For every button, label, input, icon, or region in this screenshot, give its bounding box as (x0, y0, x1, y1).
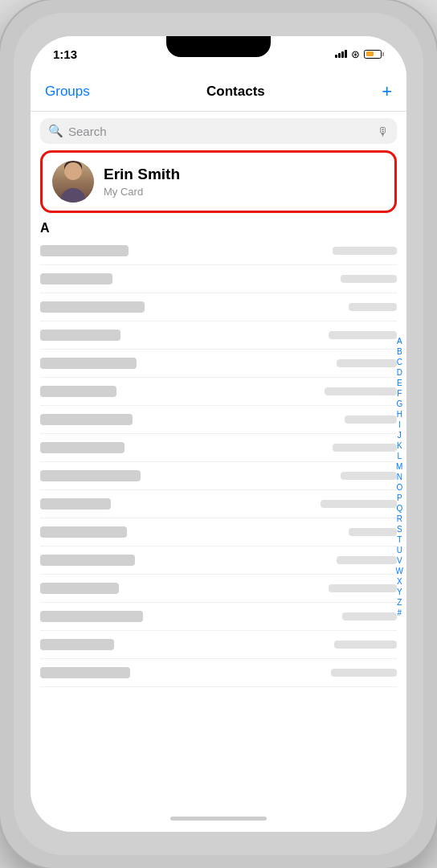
contact-row[interactable] (40, 659, 397, 687)
alpha-letter-j[interactable]: J (398, 431, 402, 440)
contact-name-blur (40, 611, 143, 622)
alpha-letter-x[interactable]: X (397, 577, 402, 587)
alpha-letter-v[interactable]: V (397, 556, 402, 566)
alpha-letter-n[interactable]: N (397, 473, 402, 482)
phone-screen: 1:13 ⊛ (31, 36, 406, 832)
contact-detail-blur (337, 556, 397, 564)
microphone-icon[interactable]: 🎙 (377, 125, 389, 138)
contact-row[interactable] (40, 237, 397, 265)
phone-inner-frame: 1:13 ⊛ (14, 13, 423, 855)
contact-detail-blur (334, 641, 397, 649)
contact-detail-blur (349, 528, 397, 536)
section-header-a: A (31, 218, 406, 237)
contact-name-blur (40, 470, 141, 481)
my-card-info: Erin Smith My Card (104, 166, 385, 198)
contact-name-blur (40, 583, 119, 594)
contact-name-blur (40, 330, 120, 341)
contact-row[interactable] (40, 547, 397, 575)
contact-detail-blur (341, 472, 397, 480)
contact-name-blur (40, 245, 129, 256)
alpha-letter-f[interactable]: F (397, 389, 402, 399)
contact-name-blur (40, 442, 125, 453)
alpha-letter-z[interactable]: Z (397, 598, 402, 608)
contact-detail-blur (345, 416, 397, 424)
notch (166, 36, 271, 57)
alpha-letter-i[interactable]: I (398, 420, 401, 430)
contact-detail-blur (331, 669, 397, 677)
contact-row[interactable] (40, 378, 397, 406)
contact-name-blur (40, 386, 116, 397)
alpha-letter-o[interactable]: O (396, 483, 402, 493)
search-input[interactable]: Search (68, 125, 372, 138)
contact-row[interactable] (40, 406, 397, 434)
contact-name-blur (40, 498, 111, 510)
alpha-letter-q[interactable]: Q (396, 504, 402, 514)
content-area: Erin Smith My Card A ABCDEFGHIJKLMNOPQRS… (31, 150, 406, 805)
my-card-item[interactable]: Erin Smith My Card (40, 150, 397, 213)
alpha-letter-#[interactable]: # (397, 608, 402, 618)
contact-name-blur (40, 301, 145, 313)
alpha-letter-y[interactable]: Y (397, 588, 402, 597)
contact-detail-blur (341, 275, 397, 283)
alpha-letter-p[interactable]: P (397, 493, 402, 503)
contact-row[interactable] (40, 490, 397, 518)
alpha-letter-g[interactable]: G (396, 399, 402, 409)
contact-detail-blur (333, 247, 397, 255)
search-bar: 🔍 Search 🎙 (31, 112, 406, 150)
my-card-name: Erin Smith (104, 166, 385, 184)
alpha-letter-c[interactable]: C (397, 358, 402, 367)
contact-name-blur (40, 414, 133, 425)
phone-device: 1:13 ⊛ (0, 0, 437, 868)
alphabet-index[interactable]: ABCDEFGHIJKLMNOPQRSTUVWXYZ# (396, 337, 403, 618)
contact-row[interactable] (40, 265, 397, 293)
search-input-container[interactable]: 🔍 Search 🎙 (40, 118, 397, 144)
alpha-letter-h[interactable]: H (397, 410, 402, 420)
contact-detail-blur (342, 612, 397, 620)
contact-row[interactable] (40, 518, 397, 547)
contact-detail-blur (321, 500, 397, 508)
contact-detail-blur (329, 331, 397, 339)
contact-list (31, 237, 406, 687)
nav-bar: Groups Contacts + (31, 72, 406, 112)
groups-button[interactable]: Groups (45, 84, 90, 100)
signal-icon (335, 50, 347, 58)
alpha-letter-a[interactable]: A (397, 337, 402, 346)
contact-name-blur (40, 358, 137, 369)
contact-row[interactable] (40, 631, 397, 659)
alpha-letter-b[interactable]: B (397, 347, 402, 357)
contact-name-blur (40, 555, 135, 566)
status-bar: 1:13 ⊛ (31, 36, 406, 72)
alpha-letter-k[interactable]: K (397, 441, 402, 451)
alpha-letter-l[interactable]: L (397, 452, 402, 461)
home-indicator (31, 805, 406, 832)
contact-name-blur (40, 526, 127, 538)
status-right-icons: ⊛ (335, 48, 384, 60)
alpha-letter-u[interactable]: U (397, 546, 402, 555)
alpha-letter-e[interactable]: E (397, 379, 402, 388)
avatar (52, 161, 94, 203)
contact-detail-blur (329, 584, 397, 592)
contact-row[interactable] (40, 350, 397, 378)
contact-row[interactable] (40, 462, 397, 490)
status-time: 1:13 (53, 47, 77, 61)
add-contact-button[interactable]: + (382, 83, 392, 100)
contact-name-blur (40, 273, 112, 285)
battery-icon (364, 50, 384, 59)
alpha-letter-w[interactable]: W (396, 567, 403, 576)
contact-detail-blur (349, 303, 397, 311)
alpha-letter-m[interactable]: M (396, 462, 402, 472)
contact-row[interactable] (40, 603, 397, 631)
contact-detail-blur (325, 387, 397, 395)
alpha-letter-d[interactable]: D (397, 368, 402, 378)
search-icon: 🔍 (48, 124, 63, 138)
contact-detail-blur (337, 359, 397, 367)
wifi-icon: ⊛ (351, 48, 360, 60)
contact-detail-blur (333, 444, 397, 452)
contact-row[interactable] (40, 293, 397, 321)
contact-row[interactable] (40, 575, 397, 603)
contact-row[interactable] (40, 321, 397, 350)
alpha-letter-s[interactable]: S (397, 525, 402, 534)
alpha-letter-t[interactable]: T (397, 535, 402, 545)
contact-row[interactable] (40, 434, 397, 462)
alpha-letter-r[interactable]: R (397, 514, 402, 524)
